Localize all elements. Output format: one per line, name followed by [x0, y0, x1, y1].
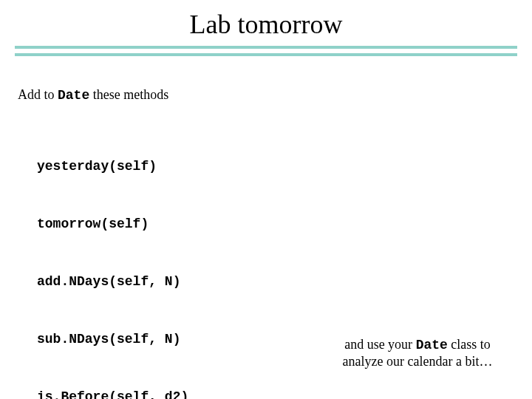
footnote: and use your Date class to analyze our c… — [325, 336, 510, 369]
footnote-class-name: Date — [416, 338, 448, 352]
intro-line: Add to Date these methods — [18, 87, 168, 103]
footnote-prefix: and use your — [344, 337, 415, 352]
intro-class-name: Date — [58, 88, 89, 103]
intro-suffix: these methods — [89, 87, 168, 102]
intro-prefix: Add to — [18, 87, 58, 102]
method-item: sub.NDays(self, N) — [37, 330, 197, 349]
page-title: Lab tomorrow — [0, 9, 532, 40]
slide: Lab tomorrow Add to Date these methods y… — [0, 0, 532, 399]
method-item: is.Before(self, d2) — [37, 387, 197, 399]
divider-bottom — [15, 53, 517, 56]
method-item: add.NDays(self, N) — [37, 272, 197, 291]
method-list: yesterday(self) tomorrow(self) add.NDays… — [37, 118, 197, 399]
method-item: yesterday(self) — [37, 157, 197, 176]
divider-top — [15, 46, 517, 49]
method-item: tomorrow(self) — [37, 214, 197, 233]
